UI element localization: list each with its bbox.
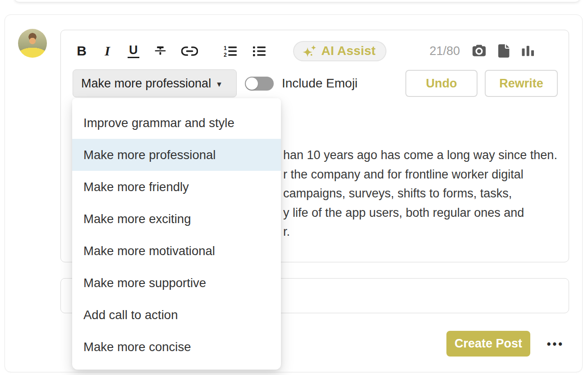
attach-file-button[interactable] (498, 43, 510, 59)
previous-card-bottom-edge (14, 0, 580, 2)
chevron-down-icon: ▾ (217, 78, 221, 88)
tone-option-friendly[interactable]: Make more friendly (72, 171, 281, 203)
post-text-line: r the company and for frontline worker d… (283, 165, 562, 184)
character-counter: 21/80 (429, 44, 460, 58)
strikethrough-button[interactable] (154, 43, 166, 59)
add-image-button[interactable] (472, 43, 486, 59)
add-poll-button[interactable] (522, 43, 534, 59)
toggle-knob (246, 78, 258, 90)
bullet-list-icon (253, 45, 266, 57)
bold-button[interactable]: B (76, 43, 87, 59)
more-options-button[interactable]: ••• (543, 334, 568, 353)
post-text-line: r. (283, 222, 562, 242)
avatar (18, 29, 47, 58)
underline-button[interactable]: U (128, 43, 139, 59)
create-post-button[interactable]: Create Post (446, 331, 530, 357)
numbered-list-button[interactable]: 1 2 (224, 43, 238, 59)
tone-option-professional[interactable]: Make more professional (72, 139, 281, 171)
camera-icon (472, 45, 486, 57)
tone-option-concise[interactable]: Make more concise (72, 331, 281, 363)
include-emoji-toggle[interactable] (245, 77, 274, 91)
include-emoji-label: Include Emoji (282, 76, 358, 91)
bullet-list-button[interactable] (253, 43, 266, 59)
tone-option-supportive[interactable]: Make more supportive (72, 267, 281, 299)
numbered-list-icon: 1 2 (224, 45, 238, 57)
underline-glyph: U (128, 44, 139, 58)
toolbar-right-group: 21/80 (429, 43, 534, 59)
ai-assist-label: AI Assist (322, 44, 376, 58)
post-text-line: y life of the app users, both regular on… (283, 203, 562, 223)
svg-text:1: 1 (224, 45, 227, 51)
undo-button[interactable]: Undo (405, 70, 478, 97)
tone-option-call-to-action[interactable]: Add call to action (72, 299, 281, 331)
tone-option-exciting[interactable]: Make more exciting (72, 203, 281, 235)
tone-dropdown-value: Make more professional (81, 77, 211, 91)
formatting-toolbar: B I U 1 2 (61, 30, 569, 61)
tone-dropdown-menu: Improve grammar and style Make more prof… (72, 98, 281, 370)
ai-assist-button[interactable]: AI Assist (293, 41, 387, 61)
tone-option-motivational[interactable]: Make more motivational (72, 235, 281, 267)
link-button[interactable] (181, 43, 198, 59)
sparkles-icon (302, 44, 317, 58)
poll-bars-icon (522, 46, 534, 56)
tone-option-improve-grammar[interactable]: Improve grammar and style (72, 107, 281, 139)
italic-button[interactable]: I (102, 43, 113, 59)
ai-assist-controls-row: Make more professional ▾ Include Emoji U… (61, 69, 569, 97)
post-text-area[interactable]: han 10 years ago has come a long way sin… (283, 146, 562, 242)
post-text-line: campaigns, surveys, shifts to forms, tas… (283, 184, 562, 203)
strikethrough-icon (154, 45, 166, 57)
post-text-line: han 10 years ago has come a long way sin… (283, 146, 562, 165)
document-icon (498, 44, 510, 58)
link-icon (181, 46, 198, 57)
rewrite-button[interactable]: Rewrite (485, 70, 558, 97)
tone-dropdown-button[interactable]: Make more professional ▾ (73, 69, 237, 97)
svg-text:2: 2 (224, 51, 227, 57)
